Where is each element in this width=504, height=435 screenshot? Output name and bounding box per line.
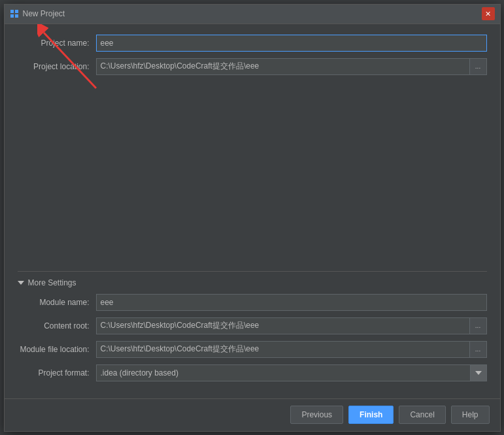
content-root-row: Content root: ...	[18, 317, 487, 334]
more-settings-toggle[interactable]: More Settings	[18, 278, 487, 287]
project-location-field-group: ...	[96, 58, 487, 75]
dialog-title: New Project	[23, 9, 65, 18]
app-icon	[10, 9, 19, 18]
cancel-button[interactable]: Cancel	[399, 406, 445, 424]
project-format-select[interactable]: .idea (directory based) Eclipse (.classp…	[96, 364, 487, 381]
project-format-label: Project format:	[18, 368, 96, 378]
project-format-row: Project format: .idea (directory based) …	[18, 364, 487, 381]
module-name-row: Module name:	[18, 294, 487, 311]
help-button[interactable]: Help	[451, 406, 490, 424]
module-file-field-group: ...	[96, 341, 487, 358]
module-name-input[interactable]	[96, 294, 487, 311]
module-name-label: Module name:	[18, 298, 96, 307]
project-name-input[interactable]	[96, 35, 487, 52]
content-root-field-group: ...	[96, 317, 487, 334]
new-project-dialog: New Project ✕ Project name: Project loca…	[4, 4, 501, 432]
content-root-browse-button[interactable]: ...	[470, 317, 487, 334]
finish-button[interactable]: Finish	[348, 406, 394, 424]
title-bar-left: New Project	[10, 9, 65, 18]
title-bar: New Project ✕	[5, 5, 500, 24]
module-file-input[interactable]	[96, 341, 470, 358]
dialog-content: Project name: Project location: ...	[5, 24, 500, 398]
project-format-select-wrapper: .idea (directory based) Eclipse (.classp…	[96, 364, 487, 381]
module-file-browse-button[interactable]: ...	[470, 341, 487, 358]
dialog-footer: Previous Finish Cancel Help	[5, 398, 500, 431]
more-settings-label: More Settings	[28, 278, 76, 287]
svg-line-5	[44, 33, 96, 88]
content-root-label: Content root:	[18, 321, 96, 330]
svg-rect-3	[15, 14, 18, 18]
project-location-browse-button[interactable]: ...	[470, 58, 487, 75]
svg-rect-0	[10, 10, 14, 13]
more-settings-section: More Settings Module name: Content root:…	[18, 271, 487, 388]
module-file-location-row: Module file location: ...	[18, 341, 487, 358]
collapse-icon	[18, 281, 24, 285]
close-button[interactable]: ✕	[482, 7, 495, 20]
annotation-arrow	[37, 24, 116, 101]
module-file-location-label: Module file location:	[18, 345, 96, 354]
middle-area	[18, 82, 487, 271]
project-location-input[interactable]	[96, 58, 470, 75]
svg-rect-2	[10, 14, 14, 18]
previous-button[interactable]: Previous	[290, 406, 343, 424]
content-root-input[interactable]	[96, 317, 470, 334]
svg-rect-1	[15, 10, 18, 13]
